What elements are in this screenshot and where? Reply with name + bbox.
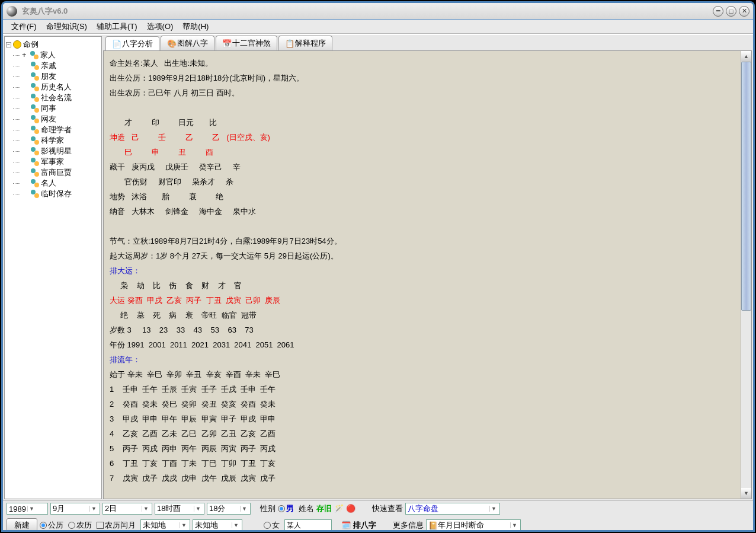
content-pane: 命主姓名:某人 出生地:未知。 出生公历：1989年9月2日18时18分(北京时… — [103, 50, 752, 499]
paibazi-button[interactable]: 排八字 — [353, 520, 376, 531]
chart-icon: 🎨 — [167, 39, 175, 47]
tree-item[interactable]: 同事 — [13, 103, 100, 114]
people-icon — [31, 62, 39, 70]
people-icon — [31, 168, 39, 177]
people-icon — [31, 190, 39, 198]
day-select[interactable]: 2日▼ — [102, 503, 152, 515]
tree-item[interactable]: 临时保存 — [13, 189, 100, 199]
tree-item[interactable]: 富商巨贾 — [13, 167, 100, 178]
doc-icon: 📄 — [112, 40, 120, 48]
wand-icon[interactable]: 🪄 — [334, 504, 344, 513]
menu-options[interactable]: 选项(O) — [142, 21, 178, 32]
tree-item[interactable]: +家人 — [13, 50, 100, 60]
tabs: 📄八字分析 🎨图解八字 📅十二宫神煞 📋解释程序 — [103, 36, 752, 50]
people-icon — [31, 104, 39, 113]
list-icon: 📋 — [285, 39, 293, 47]
radio-gongli[interactable]: 公历 — [40, 520, 63, 531]
cunjiu-label[interactable]: 存旧 — [316, 503, 332, 514]
tree-item[interactable]: 朋友 — [13, 71, 100, 82]
tab-explain[interactable]: 📋解释程序 — [278, 36, 332, 50]
tree-item[interactable]: 命理学者 — [13, 125, 100, 135]
grid-icon: 🗓️ — [341, 521, 351, 530]
tab-diagram[interactable]: 🎨图解八字 — [161, 36, 214, 50]
people-icon — [31, 115, 39, 123]
people-icon — [31, 83, 39, 91]
tree-root-label: 命例 — [23, 39, 39, 50]
checkbox-leapmonth[interactable]: 农历闰月 — [97, 520, 136, 531]
radio-nongli[interactable]: 农历 — [68, 520, 92, 531]
tab-palace[interactable]: 📅十二宫神煞 — [216, 36, 277, 50]
people-icon — [31, 179, 39, 187]
close-button[interactable]: ✕ — [739, 6, 749, 17]
tree-item[interactable]: 网友 — [13, 114, 100, 125]
people-icon — [31, 72, 39, 81]
ball-icon[interactable]: 🔴 — [346, 504, 355, 513]
tree-item[interactable]: 科学家 — [13, 135, 100, 146]
more-select[interactable]: 📔 年月日时断命▼ — [426, 519, 521, 531]
menubar: 文件(F) 命理知识(S) 辅助工具(T) 选项(O) 帮助(H) — [3, 20, 753, 34]
gender-label: 性别 — [260, 503, 276, 514]
people-icon — [31, 158, 39, 166]
tree-item[interactable]: 影视明星 — [13, 146, 100, 157]
scrollbar[interactable]: ▲ ▼ — [741, 51, 751, 499]
name-input[interactable] — [284, 519, 332, 531]
bottom-bar: 1989▼ 9月▼ 2日▼ 18时酉▼ 18分▼ 性别 男 姓名 存旧 🪄 🔴 … — [3, 500, 753, 530]
radio-female[interactable]: 女 — [264, 520, 280, 531]
people-icon — [30, 51, 39, 59]
menu-help[interactable]: 帮助(H) — [178, 21, 213, 32]
people-icon — [31, 147, 39, 155]
grid-icon: 📅 — [222, 39, 230, 47]
menu-file[interactable]: 文件(F) — [7, 21, 41, 32]
maximize-button[interactable]: □ — [726, 6, 736, 17]
hour-select[interactable]: 18时酉▼ — [155, 503, 204, 515]
scroll-up-icon[interactable]: ▲ — [741, 51, 751, 62]
place1-select[interactable]: 未知地▼ — [140, 519, 190, 531]
face-icon — [13, 40, 21, 49]
year-input[interactable]: 1989▼ — [7, 503, 48, 515]
tree-item[interactable]: 历史名人 — [13, 82, 100, 92]
people-icon — [31, 94, 39, 102]
tree-item[interactable]: 亲戚 — [13, 60, 100, 71]
titlebar: 玄奥八字v6.0 ━ □ ✕ — [3, 3, 753, 20]
scroll-thumb[interactable] — [741, 62, 751, 311]
analysis-text: 命主姓名:某人 出生地:未知。 出生公历：1989年9月2日18时18分(北京时… — [104, 51, 751, 490]
tree-item[interactable]: 军事家 — [13, 157, 100, 167]
minute-select[interactable]: 18分▼ — [207, 503, 251, 515]
people-icon — [31, 136, 39, 145]
place2-select[interactable]: 未知地▼ — [193, 519, 242, 531]
sidebar-tree[interactable]: − 命例 +家人亲戚朋友历史名人社会名流同事网友命理学者科学家影视明星军事家富商… — [4, 36, 102, 499]
tab-bazi-analysis[interactable]: 📄八字分析 — [105, 36, 159, 51]
minimize-button[interactable]: ━ — [713, 6, 723, 17]
tree-root[interactable]: − 命例 — [6, 39, 100, 50]
month-select[interactable]: 9月▼ — [50, 503, 100, 515]
menu-tools[interactable]: 辅助工具(T) — [92, 21, 142, 32]
tree-item[interactable]: 社会名流 — [13, 92, 100, 103]
more-label: 更多信息 — [393, 520, 424, 531]
window-title: 玄奥八字v6.0 — [22, 6, 68, 17]
menu-knowledge[interactable]: 命理知识(S) — [41, 21, 92, 32]
scroll-down-icon[interactable]: ▼ — [741, 488, 751, 499]
quick-select[interactable]: 八字命盘▼ — [405, 503, 500, 515]
radio-male[interactable]: 男 — [278, 503, 294, 514]
quick-label: 快速查看 — [372, 503, 403, 514]
people-icon — [31, 126, 39, 134]
new-button[interactable]: 新建 — [7, 518, 37, 532]
name-label: 姓名 — [299, 503, 314, 514]
app-icon — [7, 6, 17, 17]
tree-item[interactable]: 名人 — [13, 178, 100, 189]
